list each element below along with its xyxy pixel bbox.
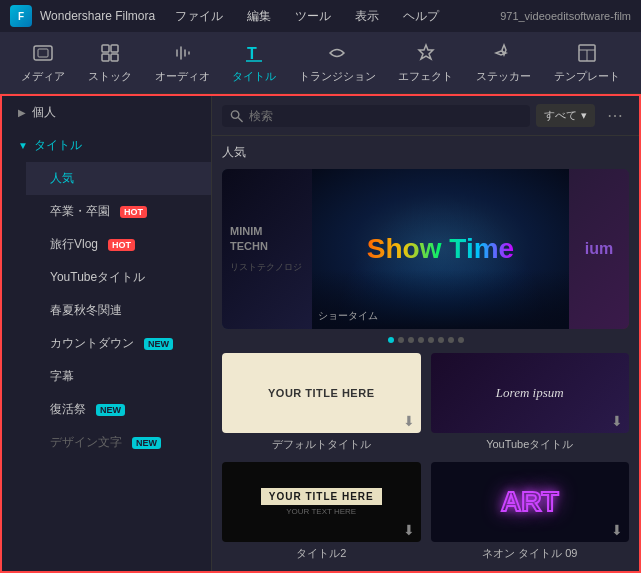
svg-marker-8	[419, 45, 433, 59]
sidebar-section-personal[interactable]: ▶ 個人	[2, 96, 211, 129]
more-options-button[interactable]: ⋯	[601, 104, 629, 127]
carousel-left-subtext: リストテクノロジ	[230, 261, 304, 274]
carousel-main[interactable]: Show Time ショータイム	[312, 169, 569, 329]
toolbar-effect-label: エフェクト	[398, 69, 453, 84]
toolbar-template[interactable]: テンプレート	[546, 37, 628, 88]
sidebar-item-graduation[interactable]: 卒業・卒園 HOT	[26, 195, 211, 228]
svg-line-13	[238, 117, 242, 121]
countdown-badge: NEW	[144, 338, 173, 350]
travel-badge: HOT	[108, 239, 135, 251]
carousel-content: MINIM TECHN リストテクノロジ Show Time ショータイム	[222, 169, 629, 329]
menu-edit[interactable]: 編集	[243, 6, 275, 27]
download-icon-3: ⬇	[611, 522, 623, 538]
toolbar-sticker[interactable]: ステッカー	[468, 37, 539, 88]
thumbnail-title2[interactable]: YOUR TITLE HERE YOUR TEXT HERE ⬇ タイトル2	[222, 462, 421, 561]
sidebar-youtube-label: YouTubeタイトル	[50, 269, 145, 286]
title2-content: YOUR TITLE HERE YOUR TEXT HERE	[222, 462, 421, 542]
menu-help[interactable]: ヘルプ	[399, 6, 443, 27]
toolbar-sticker-label: ステッカー	[476, 69, 531, 84]
menu-tools[interactable]: ツール	[291, 6, 335, 27]
sidebar-item-travel[interactable]: 旅行Vlog HOT	[26, 228, 211, 261]
carousel: MINIM TECHN リストテクノロジ Show Time ショータイム	[222, 169, 629, 329]
svg-rect-0	[34, 46, 52, 60]
sidebar-title-label: タイトル	[34, 137, 82, 154]
design-badge: NEW	[132, 437, 161, 449]
thumbnail-default-title[interactable]: YOUR TITLE HERE ⬇ デフォルトタイトル	[222, 353, 421, 452]
dot-2[interactable]	[398, 337, 404, 343]
neon-title-content: ART	[431, 462, 630, 542]
effect-icon	[414, 41, 438, 65]
toolbar-title[interactable]: T タイトル	[224, 37, 284, 88]
dot-8[interactable]	[458, 337, 464, 343]
search-bar: すべて ▾ ⋯	[212, 96, 639, 136]
media-icon	[31, 41, 55, 65]
toolbar-transition[interactable]: トランジション	[291, 37, 384, 88]
svg-rect-1	[38, 49, 48, 57]
title2-image: YOUR TITLE HERE YOUR TEXT HERE ⬇	[222, 462, 421, 542]
toolbar-effect[interactable]: エフェクト	[390, 37, 461, 88]
sidebar: ▶ 個人 ▼ タイトル 人気 卒業・卒園 HOT 旅行Vlog HOT YouT…	[2, 96, 212, 571]
menu-view[interactable]: 表示	[351, 6, 383, 27]
dot-5[interactable]	[428, 337, 434, 343]
thumbnail-neon-title[interactable]: ART ⬇ ネオン タイトル 09	[431, 462, 630, 561]
dot-6[interactable]	[438, 337, 444, 343]
sidebar-graduation-label: 卒業・卒園	[50, 203, 110, 220]
neon-title-label: ネオン タイトル 09	[431, 546, 630, 561]
search-input[interactable]	[249, 109, 522, 123]
sidebar-revival-label: 復活祭	[50, 401, 86, 418]
toolbar-media[interactable]: メディア	[13, 37, 73, 88]
svg-rect-2	[102, 45, 109, 52]
sidebar-popular-label: 人気	[50, 170, 74, 187]
dot-1[interactable]	[388, 337, 394, 343]
svg-rect-3	[111, 45, 118, 52]
default-title-label: デフォルトタイトル	[222, 437, 421, 452]
svg-point-12	[231, 110, 238, 117]
audio-icon	[170, 41, 194, 65]
sidebar-section-title[interactable]: ▼ タイトル	[2, 129, 211, 162]
sidebar-item-youtube[interactable]: YouTubeタイトル	[26, 261, 211, 294]
youtube-title-content: Lorem ipsum	[431, 353, 630, 433]
sidebar-item-seasons[interactable]: 春夏秋冬関連	[26, 294, 211, 327]
sticker-icon	[492, 41, 516, 65]
toolbar-template-label: テンプレート	[554, 69, 620, 84]
sidebar-item-popular[interactable]: 人気	[26, 162, 211, 195]
title2-main-text: YOUR TITLE HERE	[261, 488, 382, 505]
sidebar-personal-label: 個人	[32, 104, 56, 121]
thumbnail-youtube-title[interactable]: Lorem ipsum ⬇ YouTubeタイトル	[431, 353, 630, 452]
carousel-right-panel: ium	[569, 169, 629, 329]
app-name: Wondershare Filmora	[40, 9, 155, 23]
personal-arrow: ▶	[18, 107, 26, 118]
sidebar-item-revival[interactable]: 復活祭 NEW	[26, 393, 211, 426]
youtube-title-image: Lorem ipsum ⬇	[431, 353, 630, 433]
sidebar-travel-label: 旅行Vlog	[50, 236, 98, 253]
carousel-left-text: MINIM TECHN	[230, 224, 304, 253]
stock-icon	[98, 41, 122, 65]
revival-badge: NEW	[96, 404, 125, 416]
search-input-wrap	[222, 105, 530, 127]
dot-4[interactable]	[418, 337, 424, 343]
sidebar-item-design[interactable]: デザイン文字 NEW	[26, 426, 211, 459]
sidebar-item-subtitle[interactable]: 字幕	[26, 360, 211, 393]
dot-7[interactable]	[448, 337, 454, 343]
carousel-dots	[222, 337, 629, 343]
toolbar: メディア ストック オーディオ T タイトル トランジション エフェクト ステ	[0, 32, 641, 94]
search-icon	[230, 109, 243, 123]
toolbar-audio[interactable]: オーディオ	[147, 37, 218, 88]
toolbar-stock[interactable]: ストック	[80, 37, 140, 88]
app-logo: F	[10, 5, 32, 27]
sidebar-item-countdown[interactable]: カウントダウン NEW	[26, 327, 211, 360]
sidebar-countdown-label: カウントダウン	[50, 335, 134, 352]
sidebar-design-label: デザイン文字	[50, 434, 122, 451]
dot-3[interactable]	[408, 337, 414, 343]
default-title-content: YOUR TITLE HERE	[222, 353, 421, 433]
menu-file[interactable]: ファイル	[171, 6, 227, 27]
neon-title-image: ART ⬇	[431, 462, 630, 542]
carousel-overlay-label: ショータイム	[318, 309, 378, 323]
filter-label: すべて	[544, 108, 577, 123]
transition-icon	[325, 41, 349, 65]
popular-section-title: 人気	[222, 144, 629, 161]
default-title-image: YOUR TITLE HERE ⬇	[222, 353, 421, 433]
window-title-right: 971_videoeditsoftware-film	[500, 10, 631, 22]
filter-button[interactable]: すべて ▾	[536, 104, 595, 127]
sidebar-subtitle-label: 字幕	[50, 368, 74, 385]
